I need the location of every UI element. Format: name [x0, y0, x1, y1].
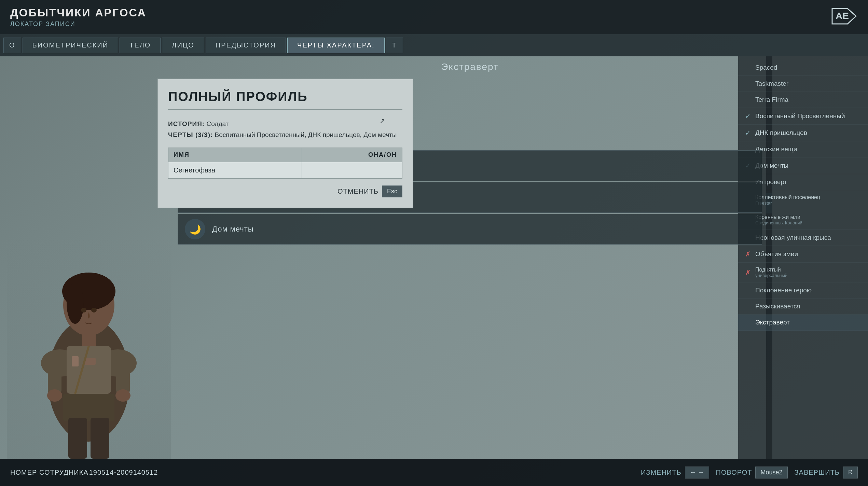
sidebar-item-1[interactable]: Taskmaster: [738, 76, 868, 92]
sidebar-item-name-14: Разыскивается: [755, 303, 800, 310]
sidebar-item-11[interactable]: ✗Объятия змеи: [738, 246, 868, 263]
nav-btn-background[interactable]: ПРЕДЫСТОРИЯ: [206, 38, 286, 53]
bottom-bar: НОМЕР СОТРУДНИКА190514-2009140512 ИЗМЕНИ…: [0, 459, 868, 486]
trait-item-2[interactable]: 🌙 Дом мечты: [178, 214, 762, 245]
sidebar-item-name-2: Terra Firma: [755, 96, 788, 103]
modal-history: ИСТОРИЯ: Солдат ЧЕРТЫ (3/3): Воспитанный…: [168, 119, 402, 141]
navbar: O БИОМЕТРИЧЕСКИЙ ТЕЛО ЛИЦО ПРЕДЫСТОРИЯ Ч…: [0, 34, 868, 56]
change-label: ИЗМЕНИТЬ: [641, 469, 681, 476]
character-image: [7, 237, 171, 459]
rotate-action: ПОВОРОТ Mouse2: [716, 467, 788, 478]
nav-btn-body[interactable]: ТЕЛО: [120, 38, 161, 53]
modal-table: ИМЯ ОНА/ОН Сегнетофаза: [168, 148, 402, 179]
sidebar-item-3[interactable]: ✓Воспитанный Просветленный: [738, 108, 868, 125]
modal-cancel-text: ОТМЕНИТЬ: [337, 188, 378, 195]
nav-btn-traits[interactable]: ЧЕРТЫ ХАРАКТЕРА:: [287, 38, 385, 53]
sidebar-check-4: ✓: [745, 129, 752, 137]
modal-traits-label: ЧЕРТЫ (3/3):: [168, 131, 213, 138]
sidebar-item-13[interactable]: Поклонение герою: [738, 282, 868, 298]
svg-point-14: [47, 389, 62, 402]
employee-id-value: 190514-2009140512: [89, 469, 158, 476]
change-action: ИЗМЕНИТЬ ← →: [641, 467, 709, 478]
sidebar-item-name-12: Поднятыйуниверсальный: [755, 267, 787, 278]
sidebar-item-14[interactable]: Разыскивается: [738, 298, 868, 315]
nav-btn-t[interactable]: T: [386, 38, 403, 53]
employee-id: НОМЕР СОТРУДНИКА190514-2009140512: [10, 469, 158, 476]
trait-name-2: Дом мечты: [212, 225, 254, 234]
sidebar-item-name-15: Экстраверт: [755, 319, 790, 326]
finish-key[interactable]: R: [843, 467, 858, 478]
right-sidebar: SpacedTaskmasterTerra Firma✓Воспитанный …: [738, 56, 868, 459]
svg-rect-9: [63, 394, 114, 421]
gender-value: [302, 162, 402, 178]
modal-cancel-key[interactable]: Esc: [382, 185, 402, 197]
employee-label: НОМЕР СОТРУДНИКА: [10, 469, 88, 476]
header-subtitle: ЛОКАТОР ЗАПИСИ: [10, 20, 868, 28]
svg-point-4: [67, 283, 84, 324]
svg-rect-12: [48, 353, 61, 394]
sidebar-item-name-4: ДНК пришельцев: [755, 129, 807, 137]
modal-history-label: ИСТОРИЯ:: [168, 120, 205, 127]
sidebar-check-12: ✗: [745, 268, 752, 277]
modal-title: ПОЛНЫЙ ПРОФИЛЬ: [168, 89, 402, 110]
svg-point-16: [81, 308, 86, 313]
svg-rect-18: [72, 356, 79, 366]
sidebar-item-name-13: Поклонение герою: [755, 287, 812, 294]
name-value: Сегнетофаза: [168, 162, 302, 178]
sidebar-item-12[interactable]: ✗Поднятыйуниверсальный: [738, 263, 868, 282]
sidebar-item-15[interactable]: Экстраверт: [738, 315, 868, 331]
sidebar-item-name-8: Коллективный поселенецFreestar: [755, 194, 820, 206]
svg-point-15: [115, 389, 130, 402]
modal: ПОЛНЫЙ ПРОФИЛЬ ИСТОРИЯ: Солдат ЧЕРТЫ (3/…: [157, 79, 417, 208]
header: ДОБЫТЧИКИ АРГОСА ЛОКАТОР ЗАПИСИ AE: [0, 0, 868, 34]
rotate-key[interactable]: Mouse2: [755, 467, 787, 478]
rotate-label: ПОВОРОТ: [716, 469, 752, 476]
svg-point-17: [91, 308, 97, 313]
sidebar-item-name-11: Объятия змеи: [755, 250, 798, 258]
col-gender: ОНА/ОН: [302, 148, 402, 162]
svg-rect-13: [116, 353, 130, 394]
finish-action: ЗАВЕРШИТЬ R: [795, 467, 858, 478]
sidebar-item-name-3: Воспитанный Просветленный: [755, 112, 845, 120]
modal-history-value: Солдат: [206, 120, 229, 127]
modal-footer: ОТМЕНИТЬ Esc: [168, 185, 402, 197]
finish-label: ЗАВЕРШИТЬ: [795, 469, 840, 476]
logo: AE: [830, 7, 858, 27]
character-area: [0, 56, 178, 459]
sidebar-item-name-9: Коренные жителиСоединенных Колоний: [755, 214, 802, 225]
trait-icon-2: 🌙: [185, 219, 205, 239]
extrovert-label: Экстраверт: [178, 61, 762, 72]
cursor-pointer: ↗: [380, 117, 385, 125]
modal-traits-value: Воспитанный Просветленный, ДНК пришельце…: [215, 131, 397, 138]
svg-rect-11: [91, 418, 109, 459]
sidebar-check-11: ✗: [745, 250, 752, 258]
nav-btn-biometric[interactable]: БИОМЕТРИЧЕСКИЙ: [23, 38, 119, 53]
nav-btn-face[interactable]: ЛИЦО: [162, 38, 204, 53]
sidebar-item-4[interactable]: ✓ДНК пришельцев: [738, 125, 868, 141]
svg-text:AE: AE: [836, 11, 849, 21]
svg-rect-8: [67, 346, 111, 394]
bottom-actions: ИЗМЕНИТЬ ← → ПОВОРОТ Mouse2 ЗАВЕРШИТЬ R: [641, 467, 858, 478]
sidebar-item-name-10: Неоновая уличная крыса: [755, 234, 831, 241]
header-title: ДОБЫТЧИКИ АРГОСА: [10, 6, 868, 19]
sidebar-check-3: ✓: [745, 112, 752, 120]
sidebar-item-name-1: Taskmaster: [755, 80, 788, 87]
change-key[interactable]: ← →: [685, 467, 709, 478]
character-svg: [15, 237, 162, 459]
sidebar-item-2[interactable]: Terra Firma: [738, 92, 868, 108]
col-name: ИМЯ: [168, 148, 302, 162]
nav-btn-o[interactable]: O: [3, 38, 21, 53]
svg-rect-10: [68, 418, 87, 459]
